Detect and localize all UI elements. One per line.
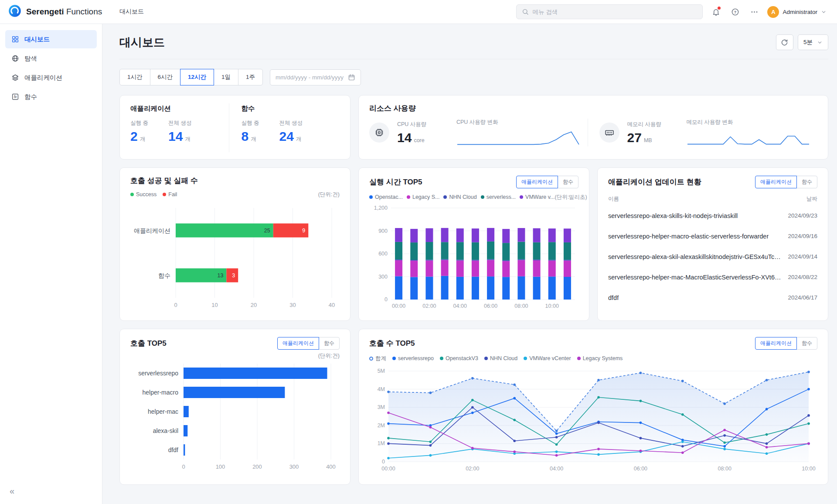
legend: SuccessFail <box>130 191 177 198</box>
metric-unit: core <box>414 137 424 143</box>
search-input[interactable] <box>532 9 697 15</box>
svg-text:25: 25 <box>264 228 270 234</box>
table-row[interactable]: serverlessrepo-alexa-skills-kit-nodejs-t… <box>608 205 817 226</box>
collapse-sidebar-button[interactable]: « <box>5 484 19 499</box>
date-range-input[interactable]: mm/dd/yyyy - mm/dd/yyyy <box>270 69 361 85</box>
column-date: 날짜 <box>806 195 817 203</box>
page-actions: 5분 <box>776 34 828 50</box>
svg-text:4M: 4M <box>378 386 385 392</box>
sidebar-item-explore[interactable]: 탐색 <box>5 49 97 68</box>
legend-item: Fail <box>163 191 177 198</box>
refresh-button[interactable] <box>776 34 793 50</box>
brand-bold: Serengeti <box>26 7 64 16</box>
update-date: 2024/09/14 <box>788 253 817 260</box>
toggle-application[interactable]: 애플리케이션 <box>755 176 797 188</box>
svg-text:08:00: 08:00 <box>514 303 528 309</box>
view-toggle: 애플리케이션함수 <box>755 176 817 188</box>
svg-text:600: 600 <box>378 251 388 257</box>
toggle-function[interactable]: 함수 <box>558 176 578 188</box>
sidebar-item-functions[interactable]: fx함수 <box>5 88 97 106</box>
toggle-application[interactable]: 애플리케이션 <box>277 337 319 350</box>
legend-item: NHN Cloud <box>443 194 476 200</box>
search-icon <box>522 8 529 15</box>
legend-item: NHN Cloud <box>484 355 517 361</box>
filter-row: 1시간6시간12시간1일1주 mm/dd/yyyy - mm/dd/yyyy <box>119 69 828 85</box>
metric-value: 24 <box>279 130 293 143</box>
sidebar-nav: 대시보드탐색애플리케이션fx함수 <box>5 30 97 107</box>
cpu-icon <box>369 123 389 143</box>
group-title: 함수 <box>242 104 340 113</box>
toggle-function[interactable]: 함수 <box>796 337 817 350</box>
page-title: 대시보드 <box>119 35 165 50</box>
sidebar-item-dashboard[interactable]: 대시보드 <box>5 30 97 48</box>
svg-text:02:00: 02:00 <box>422 303 436 309</box>
time-range-option-1[interactable]: 6시간 <box>150 69 181 85</box>
toggle-application[interactable]: 애플리케이션 <box>516 176 558 188</box>
metrics: 실행 중 8개 전체 생성 24개 <box>242 119 340 143</box>
update-date: 2024/09/16 <box>788 233 817 239</box>
metric-value: 2 <box>130 130 138 143</box>
notifications-button[interactable] <box>710 6 722 18</box>
more-button[interactable] <box>748 6 760 18</box>
brand[interactable]: Serengeti Functions <box>0 4 102 20</box>
time-range-option-2[interactable]: 12시간 <box>180 69 214 85</box>
notification-dot <box>718 7 721 10</box>
chevron-down-icon <box>817 40 823 45</box>
unit-note: (단위:밀리초) <box>555 194 587 201</box>
legend-marker <box>524 357 527 360</box>
card-title: 리소스 사용량 <box>369 103 817 113</box>
svg-text:1M: 1M <box>378 440 385 446</box>
svg-text:0: 0 <box>174 302 177 308</box>
table-row[interactable]: serverlessrepo-helper-macro-elastic-serv… <box>608 226 817 246</box>
svg-text:9: 9 <box>302 228 305 234</box>
metric-label: 전체 생성 <box>168 119 191 127</box>
metric-unit: 개 <box>140 136 146 143</box>
time-range-option-0[interactable]: 1시간 <box>119 69 150 85</box>
legend-item: VMWare v... <box>520 194 555 200</box>
legend-marker <box>392 357 396 360</box>
metric-value: 8 <box>242 130 249 143</box>
table-row[interactable]: serverlessrepo-helper-mac-MacroElasticSe… <box>608 267 817 287</box>
ellipsis-icon <box>750 8 759 16</box>
svg-text:200: 200 <box>252 463 262 470</box>
legend-label: Success <box>136 191 157 198</box>
interval-select[interactable]: 5분 <box>798 34 828 50</box>
metric-unit: 개 <box>185 136 191 143</box>
metric-label: 메모리 사용량 <box>627 121 679 128</box>
app-name: serverlessrepo-alexa-skil-alexaskillskit… <box>608 253 782 260</box>
metric-value: 14 <box>397 131 412 144</box>
svg-text:06:00: 06:00 <box>484 303 497 309</box>
time-range-option-3[interactable]: 1일 <box>214 69 238 85</box>
dashboard-content: 애플리케이션 실행 중 2개 전체 생성 14개 함수 <box>119 95 828 485</box>
metric-total: 전체 생성 14개 <box>168 119 191 143</box>
metric-unit: MB <box>644 137 652 143</box>
table-row[interactable]: serverlessrepo-alexa-skil-alexaskillskit… <box>608 246 817 267</box>
user-menu[interactable]: A Administrator <box>767 6 827 18</box>
call-count-chart: 01M2M3M4M5M00:0002:0004:0006:0008:0010:0… <box>369 365 817 473</box>
svg-text:300: 300 <box>378 274 388 280</box>
cpu-metric: CPU 사용량 14core <box>397 121 449 144</box>
svg-text:04:00: 04:00 <box>453 303 467 309</box>
page-head: 대시보드 5분 <box>119 24 828 59</box>
sidebar-item-applications[interactable]: 애플리케이션 <box>5 68 97 87</box>
metric-unit: 개 <box>296 136 302 143</box>
table-row[interactable]: dfdf2024/06/17 <box>608 287 817 308</box>
legend-marker <box>481 195 484 199</box>
summary-card: 애플리케이션 실행 중 2개 전체 생성 14개 함수 <box>119 95 350 160</box>
toggle-function[interactable]: 함수 <box>319 337 340 350</box>
svg-text:함수: 함수 <box>158 272 170 279</box>
legend-marker <box>520 195 523 199</box>
toggle-function[interactable]: 함수 <box>796 176 817 188</box>
svg-text:900: 900 <box>378 228 388 234</box>
svg-text:0: 0 <box>384 296 388 303</box>
svg-text:alexa-skil: alexa-skil <box>153 427 178 434</box>
cpu-trend-chart <box>456 129 580 146</box>
resource-row: CPU 사용량 14core CPU 사용량 변화 메모리 사용량 27MB <box>369 119 817 146</box>
search-box[interactable] <box>516 4 703 19</box>
svg-text:400: 400 <box>326 463 336 470</box>
time-range-option-4[interactable]: 1주 <box>238 69 263 85</box>
help-button[interactable]: ? <box>729 6 741 18</box>
legend-marker <box>369 357 373 361</box>
toggle-application[interactable]: 애플리케이션 <box>755 337 797 350</box>
metric-label: 실행 중 <box>130 119 148 127</box>
